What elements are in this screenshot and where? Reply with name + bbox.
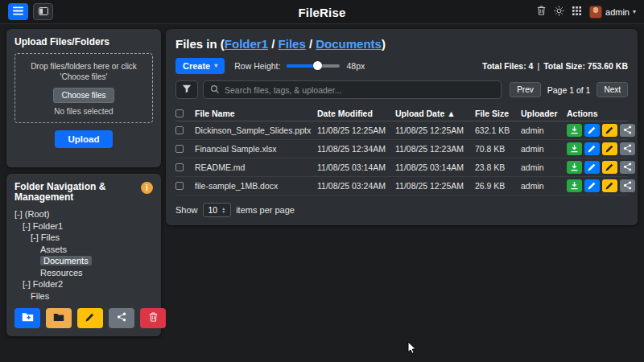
pencil-icon (85, 312, 95, 324)
title-prefix: Files in ( (175, 37, 225, 51)
share-button[interactable] (620, 179, 635, 192)
items-per-page-label: items per page (236, 205, 295, 215)
trash-button[interactable] (537, 6, 546, 18)
edit-button[interactable] (584, 179, 600, 192)
download-button[interactable] (567, 161, 582, 174)
edit-button[interactable] (584, 124, 600, 137)
table-header-row: File Name Date Modified Upload Date ▲ Fi… (175, 105, 628, 121)
share-button[interactable] (620, 142, 635, 155)
file-size-cell: 23.8 KB (475, 162, 521, 172)
pencil-icon (605, 125, 614, 137)
rename-button[interactable] (602, 142, 617, 155)
panel-toggle-button[interactable] (33, 3, 53, 20)
rename-button[interactable] (602, 124, 617, 137)
next-page-button[interactable]: Next (597, 82, 628, 97)
app-header: FileRise admin ▾ (0, 0, 644, 24)
header-right-buttons: admin ▾ (537, 6, 636, 19)
date-modified-cell: 11/08/25 12:34AM (317, 144, 395, 154)
select-all-checkbox[interactable] (175, 109, 184, 117)
breadcrumb-files[interactable]: Files (279, 37, 306, 51)
header-left-buttons (8, 3, 53, 20)
file-name-cell: README.md (195, 162, 317, 172)
download-icon (570, 180, 579, 192)
pencil-icon (588, 143, 597, 155)
menu-button[interactable] (8, 3, 28, 20)
pencil-icon (588, 125, 597, 137)
dropzone-text-line2: 'Choose files' (20, 72, 147, 82)
pencil-icon (588, 162, 597, 174)
slider-thumb[interactable] (313, 61, 322, 70)
move-folder-button[interactable] (46, 308, 72, 328)
uploader-cell: admin (521, 181, 567, 191)
file-list-panel: Files in (Folder1 / Files / Documents) C… (166, 29, 638, 225)
app-title: FileRise (298, 5, 345, 19)
column-header-file-size[interactable]: File Size (475, 109, 521, 118)
tree-item-root[interactable]: [-] (Root) (14, 208, 153, 220)
pencil-icon (605, 162, 614, 174)
totals-text: Total Files: 4 | Total Size: 753.60 KB (482, 61, 628, 71)
tree-item-assets[interactable]: Assets (40, 244, 153, 256)
title-suffix: ) (382, 37, 386, 51)
search-icon (210, 83, 220, 97)
date-modified-cell: 11/08/25 03:24AM (317, 181, 395, 191)
upload-button[interactable]: Upload (55, 130, 114, 148)
folder-card-header: Folder Navigation & Management i (14, 182, 153, 203)
pagination-footer: Show 10 ▲ ▼ items per page (175, 203, 628, 217)
info-icon[interactable]: i (141, 182, 153, 194)
folder-card: Folder Navigation & Management i [-] (Ro… (6, 174, 161, 336)
download-button[interactable] (567, 124, 582, 137)
choose-files-button[interactable]: Choose files (53, 88, 114, 103)
edit-button[interactable] (584, 161, 600, 174)
row-height-slider[interactable] (287, 60, 340, 71)
column-header-upload-date[interactable]: Upload Date ▲ (395, 109, 475, 118)
tree-item-documents[interactable]: Documents (40, 255, 153, 267)
share-icon (623, 125, 632, 137)
delete-folder-button[interactable] (140, 308, 166, 328)
table-row: README.md 11/08/25 03:14AM 11/08/25 03:1… (175, 158, 628, 177)
column-header-file-name[interactable]: File Name (195, 109, 317, 118)
row-checkbox[interactable] (175, 163, 184, 171)
breadcrumb-folder1[interactable]: Folder1 (225, 37, 268, 51)
tree-item-folder2-files[interactable]: Files (31, 290, 153, 302)
rename-folder-button[interactable] (77, 308, 103, 328)
column-header-uploader[interactable]: Uploader (521, 109, 567, 118)
page-title: Files in (Folder1 / Files / Documents) (175, 37, 628, 51)
prev-page-button[interactable]: Prev (510, 82, 541, 97)
search-box (203, 80, 502, 99)
row-checkbox[interactable] (175, 145, 184, 153)
rename-button[interactable] (602, 161, 617, 174)
uploader-cell: admin (521, 162, 567, 172)
create-folder-button[interactable] (14, 308, 40, 328)
row-actions (567, 124, 635, 137)
apps-grid-button[interactable] (572, 6, 581, 18)
download-icon (570, 143, 579, 155)
items-per-page-select[interactable]: 10 ▲ ▼ (203, 203, 232, 217)
breadcrumb-documents[interactable]: Documents (316, 37, 382, 51)
row-checkbox[interactable] (175, 182, 184, 190)
row-checkbox[interactable] (175, 126, 184, 134)
rename-button[interactable] (602, 179, 617, 192)
share-button[interactable] (620, 161, 635, 174)
download-button[interactable] (567, 179, 582, 192)
edit-button[interactable] (584, 142, 600, 155)
folder-tree: [-] (Root) [-] Folder1 [-] Files Assets … (14, 208, 153, 302)
filter-button[interactable] (175, 80, 198, 99)
search-input[interactable] (225, 85, 494, 95)
share-folder-button[interactable] (109, 308, 134, 328)
funnel-icon (182, 84, 192, 96)
grid-icon (572, 6, 581, 18)
total-files: Total Files: 4 (482, 61, 533, 71)
date-modified-cell: 11/08/25 03:14AM (317, 162, 395, 172)
tree-item-resources[interactable]: Resources (40, 267, 153, 279)
theme-toggle-button[interactable] (554, 6, 564, 19)
column-header-date-modified[interactable]: Date Modified (317, 109, 395, 118)
user-menu[interactable]: admin ▾ (589, 6, 636, 19)
tree-item-folder1[interactable]: [-] Folder1 (23, 220, 153, 232)
create-button[interactable]: Create ▾ (175, 58, 225, 74)
chevron-down-icon: ▾ (633, 9, 636, 15)
share-button[interactable] (620, 124, 635, 137)
tree-item-folder2[interactable]: [-] Folder2 (23, 278, 153, 290)
download-button[interactable] (567, 142, 582, 155)
tree-item-files[interactable]: [-] Files (31, 232, 153, 244)
dropzone[interactable]: Drop files/folders here or click 'Choose… (14, 53, 153, 123)
